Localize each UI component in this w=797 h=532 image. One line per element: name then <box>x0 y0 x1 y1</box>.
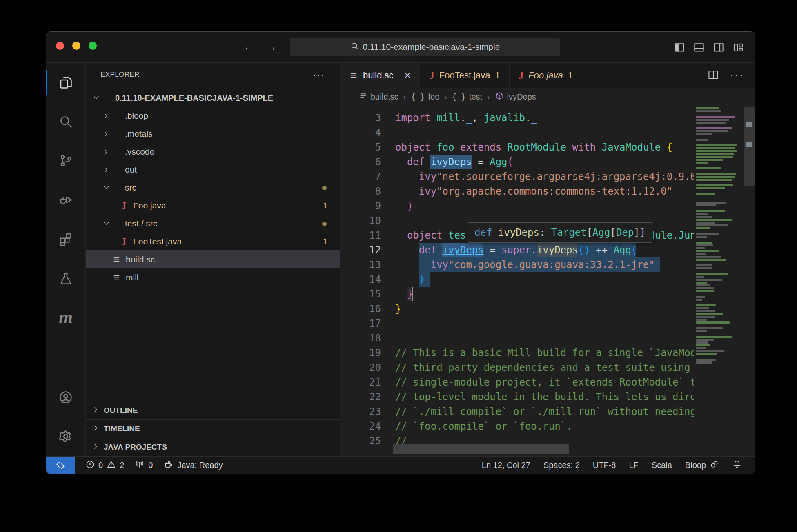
line-number: 10 <box>340 213 381 228</box>
tree-item-build.sc[interactable]: build.sc <box>86 250 340 268</box>
code-line-18[interactable]: 18 <box>340 331 694 346</box>
overview-ruler-marker <box>746 142 752 147</box>
tree-item-foo.java[interactable]: JFoo.java1 <box>86 197 340 215</box>
zoom-window-button[interactable] <box>89 42 97 50</box>
minimap[interactable] <box>694 106 755 456</box>
activity-bar-settings[interactable] <box>46 417 85 456</box>
braces-icon: { } <box>411 92 425 102</box>
code-line-7[interactable]: 7 ivy"net.sourceforge.argparse4j:argpars… <box>340 169 694 184</box>
code-line-21[interactable]: 21// single-module project, it `extends … <box>340 375 694 390</box>
status-eol[interactable]: LF <box>629 461 638 470</box>
code-line-22[interactable]: 22// top-level module in the build. This… <box>340 390 694 404</box>
code-line-19[interactable]: 19// This is a basic Mill build for a si… <box>340 346 694 360</box>
status-language-mode[interactable]: Scala <box>652 461 672 470</box>
code-line-17[interactable]: 17 <box>340 316 694 331</box>
tree-item-out[interactable]: out <box>86 161 340 179</box>
activity-bar-testing[interactable] <box>46 259 85 298</box>
braces-icon: { } <box>452 92 466 102</box>
activity-bar-run-debug[interactable] <box>46 180 85 219</box>
status-notifications[interactable] <box>732 459 742 471</box>
line-content: // top-level module in the build. This l… <box>381 390 694 404</box>
line-content: def ivyDeps = super.ivyDeps() ++ Agg( <box>381 243 637 257</box>
close-window-button[interactable] <box>56 42 64 50</box>
status-label: Ln 12, Col 27 <box>482 461 530 470</box>
status-java-status[interactable]: Java: Ready <box>163 459 223 472</box>
minimize-window-button[interactable] <box>72 42 80 50</box>
explorer-sidebar: EXPLORER ··· 0.11.10-EXAMPLE-BASICJAVA-1… <box>86 63 340 456</box>
code-line-16[interactable]: 16} <box>340 301 694 316</box>
sidebar-section-label: JAVA PROJECTS <box>104 443 167 452</box>
customize-layout-button[interactable] <box>732 41 744 53</box>
activity-bar: m <box>46 63 86 456</box>
tree-item-.bloop[interactable]: .bloop <box>86 107 340 125</box>
sidebar-section-timeline[interactable]: TIMELINE <box>86 419 340 438</box>
split-editor-button[interactable] <box>707 69 719 82</box>
breadcrumb-item-build.sc[interactable]: build.sc <box>359 92 398 102</box>
code-line-12[interactable]: 12 def ivyDeps = super.ivyDeps() ++ Agg( <box>340 243 694 257</box>
code-line-8[interactable]: 8 ivy"org.apache.commons:commons-text:1.… <box>340 184 694 199</box>
tree-item-footest.java[interactable]: JFooTest.java1 <box>86 233 340 250</box>
code-line-5[interactable]: 5object foo extends RootModule with Java… <box>340 140 694 155</box>
code-line-23[interactable]: 23// `./mill compile` or `./mill run` wi… <box>340 404 694 419</box>
tree-item-label: out <box>125 165 137 175</box>
problem-count-badge: 1 <box>323 201 327 211</box>
remote-indicator[interactable] <box>46 457 75 474</box>
activity-bar-source-control[interactable] <box>46 141 85 180</box>
tab-footest.java[interactable]: JFooTest.java1 <box>420 63 509 88</box>
code-line-4[interactable]: 4 <box>340 125 694 140</box>
tree-item-src[interactable]: src <box>86 179 340 197</box>
close-tab-icon[interactable]: ✕ <box>404 71 411 80</box>
status-cursor-position[interactable]: Ln 12, Col 27 <box>482 461 530 470</box>
code-editor[interactable]: 23import mill._, javalib._45object foo e… <box>340 106 755 456</box>
breadcrumb-item-test[interactable]: { }test <box>452 92 483 102</box>
code-line-2[interactable]: 2 <box>340 106 694 111</box>
activity-bar-extensions[interactable] <box>46 219 85 259</box>
command-center-search[interactable]: 0.11.10-example-basicjava-1-simple <box>290 38 560 56</box>
code-line-24[interactable]: 24// `foo.compile` or `foo.run`. <box>340 419 694 434</box>
activity-bar-accounts[interactable] <box>46 378 85 417</box>
code-line-13[interactable]: 13 ivy"com.google.guava:guava:33.2.1-jre… <box>340 257 694 272</box>
code-line-6[interactable]: 6 def ivyDeps = Agg( <box>340 155 694 169</box>
status-label: UTF-8 <box>593 461 616 470</box>
activity-bar-explorer[interactable] <box>46 63 85 102</box>
chevron-right-icon <box>92 443 100 452</box>
line-number: 16 <box>340 301 381 316</box>
code-line-15[interactable]: 15 } <box>340 287 694 301</box>
breadcrumb-item-ivydeps[interactable]: ivyDeps <box>495 91 536 102</box>
line-content: def ivyDeps = Agg( <box>381 155 513 169</box>
sidebar-section-java-projects[interactable]: JAVA PROJECTS <box>86 438 340 456</box>
code-line-20[interactable]: 20// third-party dependencies and a test… <box>340 360 694 375</box>
status-ports[interactable]: 0 <box>135 459 153 471</box>
code-line-14[interactable]: 14 ) <box>340 272 694 287</box>
breadcrumb-item-foo[interactable]: { }foo <box>411 92 439 102</box>
breadcrumb-separator: › <box>444 93 447 102</box>
editor-more-actions-button[interactable]: ··· <box>730 69 744 82</box>
explorer-more-actions-button[interactable]: ··· <box>313 69 325 80</box>
status-bloop[interactable]: Bloop <box>685 460 719 471</box>
toggle-panel-button[interactable] <box>693 41 705 53</box>
code-line-3[interactable]: 3import mill._, javalib._ <box>340 111 694 125</box>
activity-bar-mill[interactable]: m <box>46 298 85 337</box>
tab-foo.java[interactable]: JFoo.java1 <box>510 63 582 88</box>
vertical-scrollbar[interactable] <box>743 106 755 456</box>
tree-item-0.11.10-example-basicjava-1-simple[interactable]: 0.11.10-EXAMPLE-BASICJAVA-1-SIMPLE <box>86 89 340 107</box>
line-content <box>381 213 395 228</box>
horizontal-scrollbar[interactable] <box>393 444 569 454</box>
radio-tower-icon <box>135 459 145 471</box>
status-indentation[interactable]: Spaces: 2 <box>543 461 580 470</box>
toggle-secondary-sidebar-button[interactable] <box>712 41 725 53</box>
navigate-forward-button[interactable]: → <box>266 41 277 53</box>
code-line-9[interactable]: 9 ) <box>340 199 694 213</box>
status-problems[interactable]: 02 <box>85 460 124 471</box>
tree-item-mill[interactable]: mill <box>86 268 340 286</box>
navigate-back-button[interactable]: ← <box>243 41 254 53</box>
sidebar-section-outline[interactable]: OUTLINE <box>86 401 340 419</box>
tree-item-.metals[interactable]: .metals <box>86 125 340 143</box>
tab-build.sc[interactable]: build.sc✕ <box>340 63 420 88</box>
tree-item-.vscode[interactable]: .vscode <box>86 143 340 161</box>
line-number: 2 <box>340 106 381 111</box>
activity-bar-search[interactable] <box>46 102 85 141</box>
toggle-primary-sidebar-button[interactable] <box>673 41 686 53</box>
status-encoding[interactable]: UTF-8 <box>593 461 616 470</box>
tree-item-test-src[interactable]: test / src <box>86 215 340 233</box>
